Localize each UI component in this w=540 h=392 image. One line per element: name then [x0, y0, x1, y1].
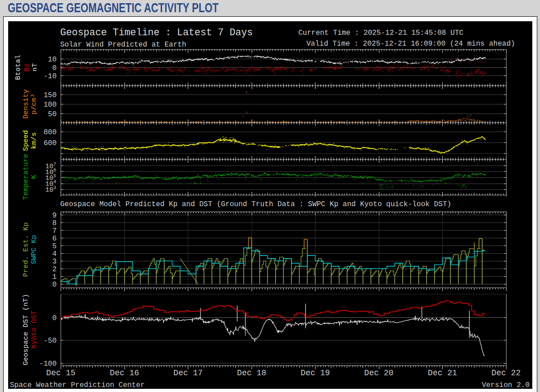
svg-text:Space Weather Prediction Cente: Space Weather Prediction Center [10, 381, 145, 389]
svg-text:km/s: km/s [30, 132, 38, 149]
svg-text:Dec 19: Dec 19 [301, 368, 330, 378]
svg-text:Btotal: Btotal [14, 55, 22, 80]
svg-text:-10: -10 [43, 72, 57, 80]
svg-text:Geospace DST (nT): Geospace DST (nT) [22, 294, 30, 365]
svg-text:Dec 18: Dec 18 [237, 368, 267, 378]
svg-text:Version 2.0: Version 2.0 [482, 381, 530, 389]
svg-text:Dec 17: Dec 17 [173, 368, 203, 378]
svg-text:3: 3 [52, 258, 57, 266]
svg-text:0: 0 [52, 281, 57, 289]
svg-text:Dec 16: Dec 16 [110, 368, 139, 378]
svg-text:-50: -50 [43, 337, 57, 345]
svg-text:2: 2 [52, 265, 57, 274]
svg-text:Current Time : 2025-12-21 15:4: Current Time : 2025-12-21 15:45:08 UTC [298, 29, 464, 37]
svg-text:Bz: Bz [23, 63, 31, 72]
svg-text:5: 5 [52, 242, 57, 250]
svg-text:SWPC Kp: SWPC Kp [30, 235, 38, 264]
svg-text:4: 4 [52, 250, 57, 258]
svg-text:Valid Time : 2025-12-21 16:09:: Valid Time : 2025-12-21 16:09:00 (24 min… [306, 40, 515, 48]
svg-text:Pred. Est. Kp: Pred. Est. Kp [22, 222, 30, 277]
svg-text:8: 8 [52, 219, 57, 227]
svg-text:nT: nT [31, 63, 39, 72]
svg-text:1: 1 [52, 273, 57, 281]
svg-text:-100: -100 [39, 360, 57, 368]
svg-text:150: 150 [43, 91, 57, 99]
svg-text:Kyoto DST: Kyoto DST [30, 311, 38, 349]
svg-text:5: 5 [53, 174, 56, 179]
svg-text:0: 0 [52, 314, 57, 322]
svg-text:Speed: Speed [22, 130, 30, 151]
svg-text:Geospace Model Predicted Kp an: Geospace Model Predicted Kp and DST (Gro… [60, 200, 451, 208]
svg-text:50: 50 [48, 110, 57, 118]
svg-text:10: 10 [48, 56, 57, 64]
svg-text:7: 7 [53, 162, 56, 167]
svg-text:100: 100 [43, 101, 57, 109]
svg-text:Dec 20: Dec 20 [364, 368, 394, 378]
svg-text:Temperature: Temperature [22, 154, 30, 200]
svg-text:800: 800 [43, 128, 57, 137]
svg-text:Dec 22: Dec 22 [492, 368, 521, 378]
svg-text:10: 10 [45, 186, 53, 194]
svg-text:K: K [30, 175, 38, 179]
svg-text:9: 9 [52, 212, 57, 220]
svg-text:3: 3 [53, 185, 56, 190]
svg-text:6: 6 [53, 168, 56, 173]
svg-text:Dec 21: Dec 21 [428, 368, 457, 378]
svg-text:Dec 15: Dec 15 [46, 368, 76, 378]
svg-text:p/cm³: p/cm³ [30, 94, 38, 115]
svg-text:Solar Wind Predicted at Earth: Solar Wind Predicted at Earth [60, 41, 186, 49]
svg-text:600: 600 [43, 139, 57, 147]
svg-text:4: 4 [53, 179, 56, 184]
svg-text:Density: Density [22, 89, 30, 118]
svg-text:7: 7 [52, 227, 57, 235]
svg-text:0: 0 [52, 64, 57, 72]
svg-text:Geospace Timeline : Latest 7 D: Geospace Timeline : Latest 7 Days [60, 27, 253, 38]
svg-text:6: 6 [52, 235, 57, 243]
